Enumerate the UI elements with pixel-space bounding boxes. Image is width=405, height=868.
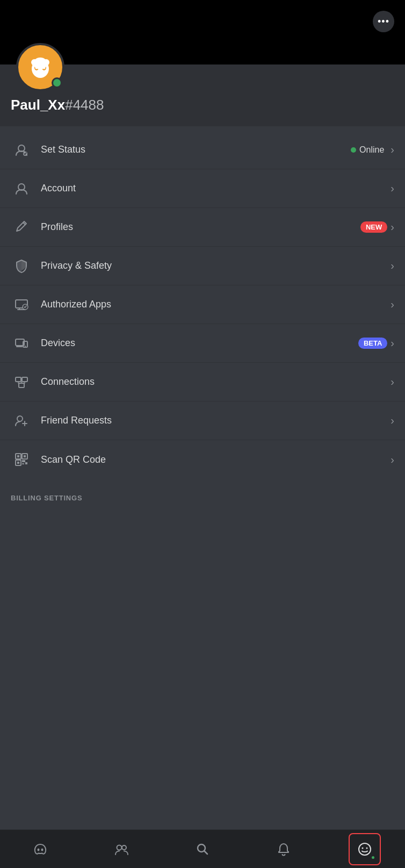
svg-point-32	[41, 848, 44, 851]
avatar-status-dot	[52, 77, 62, 88]
svg-rect-17	[16, 377, 21, 382]
nav-item-search[interactable]	[186, 833, 219, 865]
menu-label-profiles: Profiles	[41, 221, 355, 233]
account-icon	[11, 178, 32, 199]
menu-item-profiles[interactable]: Profiles NEW ›	[0, 208, 405, 247]
svg-point-34	[122, 845, 126, 850]
discord-avatar-icon	[25, 52, 56, 83]
menu-label-set-status: Set Status	[41, 144, 351, 155]
svg-point-31	[38, 848, 40, 851]
avatar-wrap	[16, 43, 64, 91]
chevron-icon: ›	[390, 182, 394, 195]
chevron-icon: ›	[390, 454, 394, 466]
nav-item-home[interactable]	[24, 833, 56, 865]
bell-nav-icon	[276, 842, 291, 857]
svg-rect-25	[24, 455, 26, 457]
username: Paul_Xx#4488	[11, 97, 394, 113]
qr-icon	[11, 449, 32, 470]
chevron-icon: ›	[390, 221, 394, 233]
connections-icon	[11, 371, 32, 393]
svg-point-33	[117, 845, 122, 850]
chevron-icon: ›	[390, 144, 394, 156]
chevron-icon: ›	[390, 260, 394, 272]
search-nav-icon	[195, 842, 210, 857]
profile-nav-status-dot	[371, 855, 375, 860]
profile-edit-icon	[11, 217, 32, 238]
menu-label-scan-qr: Scan QR Code	[41, 454, 387, 465]
devices-icon	[11, 333, 32, 354]
new-badge: NEW	[360, 221, 387, 233]
menu-label-account: Account	[41, 183, 387, 194]
svg-rect-29	[22, 463, 24, 464]
svg-point-36	[359, 843, 371, 855]
menu-label-friend-requests: Friend Requests	[41, 415, 387, 426]
more-dots-icon: •••	[378, 17, 389, 26]
menu-item-privacy-safety[interactable]: Privacy & Safety ›	[0, 247, 405, 285]
nav-item-notifications[interactable]	[267, 833, 300, 865]
profile-nav-icon	[357, 842, 372, 857]
svg-point-16	[25, 346, 26, 347]
menu-item-friend-requests[interactable]: Friend Requests ›	[0, 401, 405, 440]
status-label: Online	[359, 145, 384, 155]
profile-info: Paul_Xx#4488	[0, 64, 405, 126]
svg-rect-30	[24, 460, 25, 462]
status-display: Online	[351, 145, 384, 155]
bottom-nav	[0, 829, 405, 868]
menu-label-connections: Connections	[41, 376, 387, 388]
menu-item-scan-qr[interactable]: Scan QR Code ›	[0, 440, 405, 479]
menu-item-set-status[interactable]: Set Status Online ›	[0, 131, 405, 169]
svg-point-20	[17, 416, 23, 421]
svg-rect-19	[19, 383, 24, 388]
menu-item-devices[interactable]: Devices BETA ›	[0, 324, 405, 363]
menu-label-privacy-safety: Privacy & Safety	[41, 260, 387, 271]
svg-point-37	[361, 847, 363, 849]
chevron-icon: ›	[390, 414, 394, 427]
svg-rect-18	[22, 377, 27, 382]
chevron-icon: ›	[390, 337, 394, 349]
status-icon	[11, 139, 32, 161]
svg-rect-24	[17, 455, 19, 457]
svg-rect-27	[22, 460, 24, 462]
menu-item-connections[interactable]: Connections ›	[0, 363, 405, 401]
discord-home-icon	[33, 842, 48, 857]
nav-item-friends[interactable]	[105, 833, 138, 865]
friends-nav-icon	[114, 842, 129, 857]
svg-point-8	[33, 58, 47, 69]
menu-label-authorized-apps: Authorized Apps	[41, 299, 387, 310]
svg-point-38	[366, 847, 367, 849]
shield-icon	[11, 255, 32, 277]
chevron-icon: ›	[390, 298, 394, 311]
apps-icon	[11, 294, 32, 315]
online-dot	[351, 147, 356, 153]
svg-rect-28	[25, 462, 27, 464]
chevron-icon: ›	[390, 376, 394, 388]
billing-section-header: BILLING SETTINGS	[0, 483, 405, 506]
menu-list: Set Status Online › Account › Profiles N…	[0, 126, 405, 483]
beta-badge: BETA	[358, 338, 387, 349]
nav-item-profile[interactable]	[349, 833, 381, 865]
menu-item-account[interactable]: Account ›	[0, 169, 405, 208]
more-button[interactable]: •••	[373, 11, 394, 32]
menu-label-devices: Devices	[41, 338, 353, 349]
svg-rect-26	[17, 462, 19, 464]
menu-item-authorized-apps[interactable]: Authorized Apps ›	[0, 285, 405, 324]
friend-icon	[11, 410, 32, 432]
discriminator: #4488	[65, 97, 104, 113]
